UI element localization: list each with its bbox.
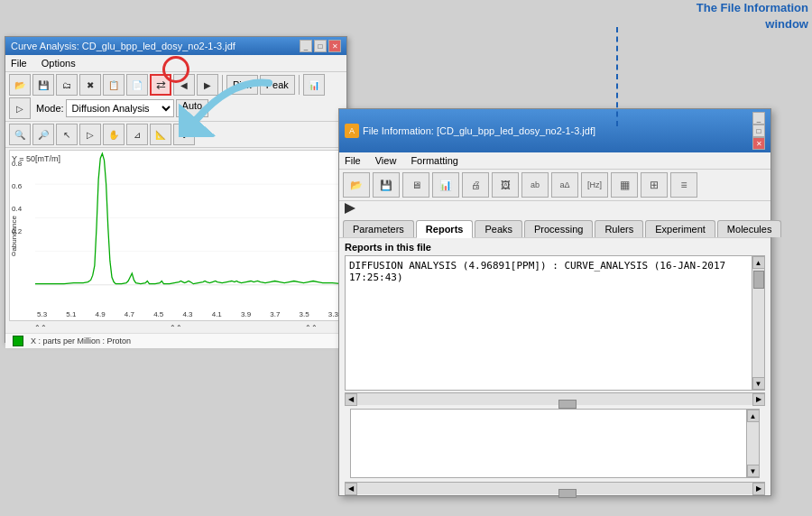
ruler-button[interactable]: 📐 <box>150 124 171 145</box>
spectrum-chart <box>35 151 342 304</box>
y-tick-08: 0.8 <box>12 160 22 168</box>
curve-toolbar: 📂 💾 🗂 ✖ 📋 📄 ⇄ ◀ ▶ Pick Peak 📊 ▷ Mode: Di… <box>5 72 346 122</box>
arrow-overlay <box>179 74 287 137</box>
file-info-titlebar: A File Information: [CD_glu_bpp_led_dosy… <box>339 109 770 152</box>
annotation-label: The File Information window <box>697 0 808 32</box>
fi-minimize-button[interactable]: _ <box>752 112 765 124</box>
save-button[interactable]: 💾 <box>32 74 54 96</box>
scroll-up-button[interactable]: ▲ <box>752 256 765 269</box>
lower-scrollbar-h[interactable]: ◀ ▶ <box>345 482 765 494</box>
y-tick-04: 0.4 <box>12 205 22 213</box>
close-button[interactable]: ✕ <box>328 40 341 52</box>
legend-color <box>13 336 23 346</box>
fi-image-button[interactable]: 🖼 <box>492 172 519 198</box>
reports-label: Reports in this file <box>345 242 765 253</box>
scroll-thumb-h[interactable] <box>558 400 577 409</box>
curve-menu-bar: File Options <box>5 55 346 72</box>
tb-icon2[interactable]: ▷ <box>9 97 31 119</box>
curve-window-titlebar: Curve Analysis: CD_glu_bpp_led_dosy_no2-… <box>5 37 346 55</box>
reports-scrollbar-v[interactable]: ▲ ▼ <box>752 256 764 390</box>
fi-menu-view[interactable]: View <box>374 154 399 167</box>
fi-open-button[interactable]: 📂 <box>343 172 370 198</box>
play-button[interactable] <box>345 203 355 214</box>
report-entry: DIFFUSION ANALYSIS (4.96891[PPM]) : CURV… <box>346 256 764 287</box>
tabs-row: Parameters Reports Peaks Processing Rule… <box>339 217 770 238</box>
hand-button[interactable]: ✋ <box>103 124 125 145</box>
tab-peaks[interactable]: Peaks <box>475 220 522 237</box>
x-axis-description: X : parts per Million : Proton <box>31 336 131 346</box>
tab-molecules[interactable]: Molecules <box>717 220 782 237</box>
curve-window-title: Curve Analysis: CD_glu_bpp_led_dosy_no2-… <box>11 41 235 51</box>
menu-options[interactable]: Options <box>40 57 78 69</box>
file-info-window: A File Information: [CD_glu_bpp_led_dosy… <box>338 108 771 496</box>
abundance-label: abundance <box>10 216 18 252</box>
chart-area: Y = 50[mT/m] 0.8 0.6 0.4 0.2 0 abundance… <box>9 150 343 321</box>
curve-analysis-window: Curve Analysis: CD_glu_bpp_led_dosy_no2-… <box>5 36 347 343</box>
fi-grid-button[interactable]: ⊞ <box>641 172 668 198</box>
lower-scroll-left[interactable]: ◀ <box>345 483 357 495</box>
tab-experiment[interactable]: Experiment <box>645 220 715 237</box>
scroll-right-button[interactable]: ▶ <box>752 393 765 406</box>
select-button[interactable]: ▷ <box>79 124 101 145</box>
curve-toolbar2: 🔍 🔎 ↖ ▷ ✋ ⊿ 📐 ✚ <box>5 122 346 148</box>
fi-menu-formatting[interactable]: Formatting <box>409 154 460 167</box>
fi-win-controls: _ □ ✕ <box>752 112 765 150</box>
fi-data-button[interactable]: 📊 <box>432 172 459 198</box>
tb-icon1[interactable]: 📊 <box>303 74 325 96</box>
mode-select[interactable]: Diffusion Analysis <box>66 99 174 117</box>
scroll-left-button[interactable]: ◀ <box>345 393 357 406</box>
lower-scroll-right[interactable]: ▶ <box>752 483 765 495</box>
annotation-dashed-line <box>616 27 618 126</box>
copy-button[interactable]: 📋 <box>103 74 125 96</box>
reports-section: Reports in this file DIFFUSION ANALYSIS … <box>339 238 770 498</box>
fi-calc-button[interactable]: ▦ <box>611 172 638 198</box>
tab-processing[interactable]: Processing <box>524 220 593 237</box>
cursor-button[interactable]: ↖ <box>56 124 78 145</box>
paste-button[interactable]: 📄 <box>126 74 148 96</box>
menu-file[interactable]: File <box>9 57 29 69</box>
fi-maximize-button[interactable]: □ <box>752 124 765 137</box>
file-info-title: File Information: [CD_glu_bpp_led_dosy_n… <box>363 125 595 136</box>
fi-menu-file[interactable]: File <box>343 154 363 167</box>
fi-screen-button[interactable]: 🖥 <box>402 172 429 198</box>
fi-save-button[interactable]: 💾 <box>373 172 400 198</box>
folder-button[interactable]: 🗂 <box>56 74 78 96</box>
tabs-container <box>339 201 770 217</box>
fi-menu-bar: File View Formatting <box>339 152 770 170</box>
peak-markers: ⌃⌃⌃⌃⌃⌃ <box>5 323 346 333</box>
lower-scroll-down[interactable]: ▼ <box>747 465 760 477</box>
phase-button[interactable]: ⊿ <box>126 124 148 145</box>
fi-close-button[interactable]: ✕ <box>752 137 765 150</box>
lower-content-area: ▲ ▼ <box>350 409 760 478</box>
fi-title-left: A File Information: [CD_glu_bpp_led_dosy… <box>345 124 595 138</box>
tab-parameters[interactable]: Parameters <box>343 220 414 237</box>
fi-list-button[interactable]: ≡ <box>670 172 697 198</box>
zoom-out-button[interactable]: 🔎 <box>32 124 54 145</box>
curve-window-controls: _ □ ✕ <box>300 40 341 52</box>
tab-rulers[interactable]: Rulers <box>595 220 643 237</box>
y-tick-06: 0.6 <box>12 182 22 190</box>
lower-scroll-thumb-h[interactable] <box>558 489 577 498</box>
fi-toolbar: 📂 💾 🖥 📊 🖨 🖼 ab aΔ [Hz] ▦ ⊞ ≡ <box>339 170 770 201</box>
toolbar-separator2 <box>299 75 300 95</box>
open-file-button[interactable]: 📂 <box>9 74 31 96</box>
fi-ab-button[interactable]: ab <box>521 172 549 198</box>
highlighted-tool-button[interactable]: ⇄ <box>150 74 171 96</box>
minimize-button[interactable]: _ <box>300 40 312 52</box>
fi-delta-button[interactable]: aΔ <box>551 172 578 198</box>
lower-scrollbar-v[interactable]: ▲ ▼ <box>746 410 759 477</box>
maximize-button[interactable]: □ <box>314 40 327 52</box>
scroll-thumb[interactable] <box>753 271 764 289</box>
scroll-down-button[interactable]: ▼ <box>752 377 765 390</box>
chart-footer: X : parts per Million : Proton <box>5 333 346 348</box>
fi-print-button[interactable]: 🖨 <box>462 172 489 198</box>
reports-content-area: DIFFUSION ANALYSIS (4.96891[PPM]) : CURV… <box>345 255 765 391</box>
close-file-button[interactable]: ✖ <box>79 74 101 96</box>
lower-scroll-up[interactable]: ▲ <box>747 410 760 422</box>
zoom-in-button[interactable]: 🔍 <box>9 124 31 145</box>
fi-app-icon: A <box>345 124 359 138</box>
tab-reports[interactable]: Reports <box>416 220 474 238</box>
fi-hz-button[interactable]: [Hz] <box>581 172 608 198</box>
mode-label: Mode: <box>36 103 64 114</box>
reports-scrollbar-h[interactable]: ◀ ▶ <box>345 392 765 405</box>
